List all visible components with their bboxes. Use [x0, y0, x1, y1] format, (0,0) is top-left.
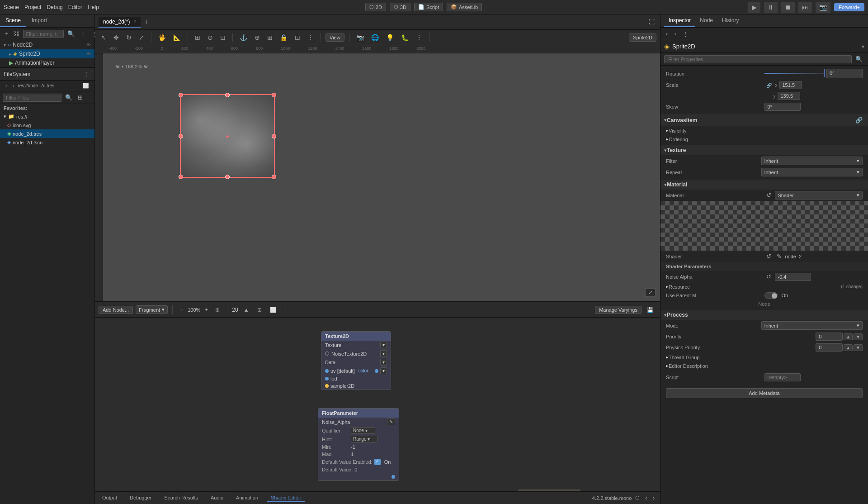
fs-filter-input[interactable]: [3, 94, 61, 102]
minimap-up[interactable]: ▲: [241, 306, 252, 314]
ruler-tool[interactable]: 📐: [171, 33, 183, 43]
data-dropdown[interactable]: ▾: [380, 359, 387, 366]
view-button[interactable]: View: [326, 33, 344, 42]
zoom-fit-button[interactable]: ⊕: [212, 306, 222, 314]
minimap-view[interactable]: ⬜: [267, 306, 279, 314]
menu-editor[interactable]: Editor: [68, 4, 82, 10]
fs-back-button[interactable]: ‹: [4, 82, 9, 90]
noise-dropdown[interactable]: ▾: [380, 350, 387, 357]
mode-dropdown[interactable]: Inherit ▾: [761, 321, 863, 330]
sprite2d-visibility-icon[interactable]: 👁: [86, 51, 91, 57]
grid-snap-button[interactable]: ⊞: [193, 33, 203, 43]
noise-alpha-input[interactable]: -0.4: [775, 273, 811, 281]
param-out-port[interactable]: [392, 475, 395, 479]
forward-plus-button[interactable]: Forward+: [834, 3, 864, 11]
menu-scene[interactable]: Scene: [4, 4, 19, 10]
uv-port[interactable]: [325, 369, 329, 373]
tab-history[interactable]: History: [717, 14, 743, 27]
fs-forward-button[interactable]: ›: [11, 82, 16, 90]
sampler-port[interactable]: [325, 384, 329, 388]
lock-button[interactable]: 🔒: [278, 33, 290, 43]
color-out-port[interactable]: [375, 369, 378, 373]
tab-output[interactable]: Output: [99, 494, 121, 502]
handle-top-left[interactable]: [179, 93, 183, 97]
snap-options-button[interactable]: ⊙: [205, 33, 215, 43]
anchor-button[interactable]: ⚓: [237, 33, 250, 43]
tab-search[interactable]: Search Results: [160, 494, 202, 502]
handle-bottom-left[interactable]: [179, 175, 183, 179]
tab-scene[interactable]: Scene: [0, 14, 26, 27]
fs-item-tres[interactable]: ◈ node_2d.tres: [0, 129, 94, 138]
inspector-options-button[interactable]: ⋮: [681, 29, 690, 38]
priority-up[interactable]: ▲: [844, 333, 853, 340]
handle-left-mid[interactable]: [179, 134, 183, 138]
nav-prev-button[interactable]: ‹: [643, 494, 649, 502]
fs-filter-search-icon[interactable]: 🔍: [63, 93, 74, 102]
nav-next-button[interactable]: ›: [651, 494, 656, 502]
tab-inspector[interactable]: Inspector: [664, 14, 695, 27]
fs-options-button[interactable]: ⋮: [81, 70, 91, 78]
fs-copy-button[interactable]: ⬜: [81, 82, 91, 90]
scale-x-input[interactable]: 151.5: [779, 81, 802, 89]
thread-group-row[interactable]: ▸ Thread Group: [660, 353, 868, 361]
fragment-dropdown[interactable]: Fragment ▾: [136, 305, 168, 314]
add-node-button[interactable]: +: [3, 29, 10, 38]
pixel-snap-button[interactable]: ⊡: [218, 33, 228, 43]
menu-help[interactable]: Help: [88, 4, 99, 10]
handle-bottom-right[interactable]: [272, 175, 276, 179]
filter-dropdown[interactable]: Inherit ▾: [761, 157, 863, 165]
noise-alpha-refresh[interactable]: ↺: [764, 272, 773, 281]
tab-close-button[interactable]: ×: [133, 19, 136, 24]
vp-more[interactable]: ⋮: [414, 33, 425, 43]
minimap-grid[interactable]: ⊞: [255, 306, 264, 314]
handle-top-mid[interactable]: [225, 93, 230, 97]
tab-shader-editor[interactable]: Shader Editor: [267, 494, 305, 502]
search-icon-button[interactable]: 🔍: [66, 29, 76, 38]
shader-edit-icon[interactable]: ✎: [775, 252, 783, 261]
transform-button[interactable]: ⊕: [252, 33, 262, 43]
more-options[interactable]: ⋮: [305, 33, 316, 43]
move-tool[interactable]: ✥: [111, 33, 121, 43]
camera-button[interactable]: 📷: [816, 2, 830, 13]
group-button[interactable]: ⊡: [292, 33, 302, 43]
tab-debugger[interactable]: Debugger: [126, 494, 155, 502]
qualifier-dropdown[interactable]: None ▾: [351, 427, 375, 434]
inspector-back-button[interactable]: ‹: [664, 29, 670, 38]
fs-item-svg[interactable]: ◇ icon.svg: [0, 121, 94, 129]
instance-button[interactable]: ⛓: [12, 29, 21, 38]
zoom-in-button[interactable]: +: [202, 306, 211, 314]
add-node-button[interactable]: Add Node...: [99, 306, 133, 314]
assetlib-button[interactable]: 📦 AssetLib: [447, 3, 482, 11]
color-expand[interactable]: ▾: [380, 367, 387, 374]
inspector-forward-button[interactable]: ›: [672, 29, 678, 38]
param-name-edit[interactable]: ✎: [387, 418, 395, 425]
handle-right-mid[interactable]: [272, 134, 276, 138]
shader-save-button[interactable]: 💾: [644, 306, 656, 314]
light-button[interactable]: 💡: [384, 33, 396, 43]
shader-refresh-icon[interactable]: ↺: [764, 252, 773, 261]
camera-2d-button[interactable]: 📷: [354, 33, 366, 43]
tab-import[interactable]: Import: [26, 14, 52, 27]
handle-top-right[interactable]: [272, 93, 276, 97]
physics-priority-up[interactable]: ▲: [844, 344, 853, 351]
resource-row[interactable]: ▸ Resource (1 change): [660, 282, 868, 291]
editor-desc-row[interactable]: ▸ Editor Description: [660, 361, 868, 370]
tree-item-node2d[interactable]: ▾ ○ Node2D 👁: [0, 40, 94, 49]
material-header[interactable]: ▾ Material: [660, 180, 868, 190]
stop-button[interactable]: ⏹: [781, 2, 795, 13]
material-refresh-icon[interactable]: ↺: [764, 191, 773, 200]
viewport[interactable]: -400-2000200400 600800100012001400 16001…: [95, 45, 660, 301]
ordering-row[interactable]: ▸ Ordering: [660, 135, 868, 143]
editor-tab-node2d[interactable]: node_2d(*) ×: [99, 17, 141, 28]
fs-res-root[interactable]: ▾ 📁 res://: [0, 112, 94, 121]
pause-button[interactable]: ⏸: [764, 2, 778, 13]
default-enabled-checkbox[interactable]: [374, 459, 381, 465]
debug-button[interactable]: 🐛: [399, 33, 411, 43]
rotation-input[interactable]: 0°: [826, 69, 863, 78]
scene-options-button[interactable]: ⋮: [78, 29, 88, 38]
lod-port[interactable]: [325, 377, 329, 380]
expand-button[interactable]: ⤢: [645, 288, 656, 297]
maximize-button[interactable]: ⛶: [647, 18, 656, 26]
mode-3d-button[interactable]: ⬡ 3D: [390, 3, 410, 11]
canvas-item-header[interactable]: ▾ CanvasItem 🔗: [660, 114, 868, 126]
